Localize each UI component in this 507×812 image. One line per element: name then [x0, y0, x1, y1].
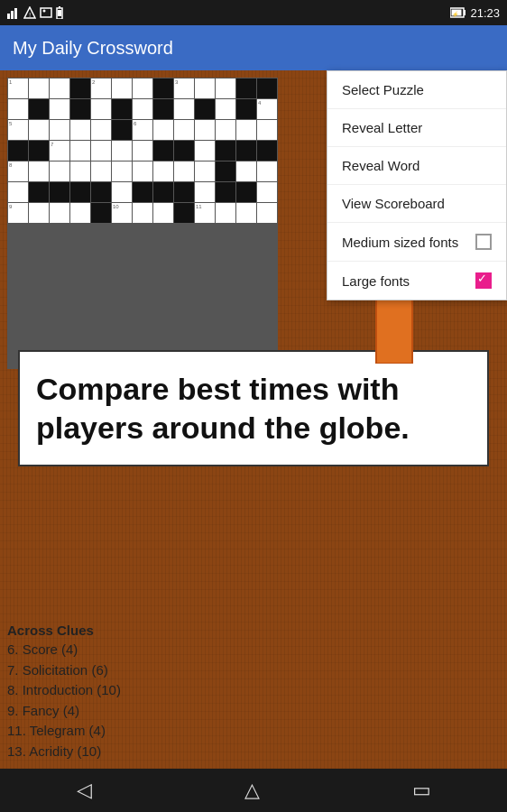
- cell-r7c3[interactable]: [50, 203, 69, 223]
- menu-item-large-fonts[interactable]: Large fonts: [327, 262, 506, 300]
- cell-r2c1[interactable]: [8, 99, 28, 119]
- cell-r2c3[interactable]: [50, 99, 69, 119]
- cell-r7c6[interactable]: 10: [112, 203, 132, 223]
- cell-r4c7[interactable]: [133, 141, 152, 161]
- svg-text:⚡: ⚡: [452, 11, 459, 18]
- svg-point-6: [43, 10, 46, 13]
- cell-r5c7[interactable]: [133, 161, 152, 181]
- clue-2: 7. Solicitation (6): [7, 660, 500, 681]
- recent-button[interactable]: ▭: [412, 779, 431, 802]
- svg-rect-9: [58, 10, 61, 16]
- cell-r5c10[interactable]: [195, 161, 215, 181]
- cell-r2c11[interactable]: [216, 99, 235, 119]
- cell-r5c8[interactable]: [153, 161, 173, 181]
- cell-r1c10[interactable]: [195, 78, 215, 98]
- battery-icon: ⚡: [450, 6, 466, 19]
- cell-r1c8: [153, 78, 173, 98]
- cell-r3c1[interactable]: 5: [8, 120, 28, 140]
- cell-r7c5: [91, 203, 111, 223]
- cell-r4c4[interactable]: [70, 141, 90, 161]
- medium-fonts-checkbox[interactable]: [475, 234, 492, 250]
- svg-rect-0: [7, 14, 10, 19]
- cell-r3c4[interactable]: [70, 120, 90, 140]
- cell-r1c12: [236, 78, 256, 98]
- back-button[interactable]: ◁: [77, 779, 92, 802]
- cell-r3c2[interactable]: [29, 120, 49, 140]
- cell-r4c10[interactable]: [195, 141, 215, 161]
- cell-r4c13: [257, 141, 277, 161]
- cell-r4c5[interactable]: [91, 141, 111, 161]
- cell-r1c1[interactable]: 1: [8, 78, 28, 98]
- cell-r3c10[interactable]: [195, 120, 215, 140]
- svg-rect-5: [41, 8, 51, 17]
- cell-r2c8: [153, 99, 173, 119]
- cell-r7c13[interactable]: [257, 203, 277, 223]
- cell-r6c3: [50, 182, 69, 202]
- cell-r1c3[interactable]: [50, 78, 69, 98]
- cell-r3c12[interactable]: [236, 120, 256, 140]
- cell-r5c3[interactable]: [50, 161, 69, 181]
- cell-r1c6[interactable]: [112, 78, 132, 98]
- cell-r4c8: [153, 141, 173, 161]
- cell-r1c5[interactable]: 2: [91, 78, 111, 98]
- cell-r5c2[interactable]: [29, 161, 49, 181]
- cell-r5c6[interactable]: [112, 161, 132, 181]
- cell-r7c1[interactable]: 9: [8, 203, 28, 223]
- clue-3: 8. Introduction (10): [7, 680, 500, 701]
- status-icons-left: !: [7, 6, 63, 19]
- cell-r3c9[interactable]: [174, 120, 194, 140]
- cell-r7c10[interactable]: 11: [195, 203, 215, 223]
- cell-r3c11[interactable]: [216, 120, 235, 140]
- cell-r2c5[interactable]: [91, 99, 111, 119]
- clues-area: Across Clues 6. Score (4) 7. Solicitatio…: [0, 619, 507, 769]
- cell-r7c12[interactable]: [236, 203, 256, 223]
- cell-r2c4: [70, 99, 90, 119]
- cell-r7c11[interactable]: [216, 203, 235, 223]
- cell-r7c7[interactable]: [133, 203, 152, 223]
- menu-item-select-puzzle[interactable]: Select Puzzle: [327, 71, 506, 109]
- cell-r3c3[interactable]: [50, 120, 69, 140]
- cell-r5c12[interactable]: [236, 161, 256, 181]
- cell-r6c13[interactable]: [257, 182, 277, 202]
- home-button[interactable]: △: [244, 779, 260, 802]
- cell-r6c6[interactable]: [112, 182, 132, 202]
- clue-4: 9. Fancy (4): [7, 701, 500, 722]
- cell-r3c8[interactable]: [153, 120, 173, 140]
- cell-r2c7[interactable]: [133, 99, 152, 119]
- cell-r6c8: [153, 182, 173, 202]
- clue-1: 6. Score (4): [7, 640, 500, 660]
- cell-r4c6[interactable]: [112, 141, 132, 161]
- cell-r7c4[interactable]: [70, 203, 90, 223]
- cell-r1c11[interactable]: [216, 78, 235, 98]
- menu-item-view-scoreboard[interactable]: View Scoreboard: [327, 185, 506, 223]
- cell-r1c2[interactable]: [29, 78, 49, 98]
- large-fonts-checkbox[interactable]: [475, 272, 492, 289]
- menu-item-reveal-word[interactable]: Reveal Word: [327, 147, 506, 185]
- cell-r5c5[interactable]: [91, 161, 111, 181]
- cell-r3c13[interactable]: [257, 120, 277, 140]
- cell-r2c13[interactable]: 4: [257, 99, 277, 119]
- cell-r5c1[interactable]: 8: [8, 161, 28, 181]
- cell-r4c1: [8, 141, 28, 161]
- cell-r4c3[interactable]: 7: [50, 141, 69, 161]
- cell-r7c8[interactable]: [153, 203, 173, 223]
- cell-r6c12: [236, 182, 256, 202]
- svg-rect-2: [14, 8, 17, 19]
- menu-item-reveal-letter[interactable]: Reveal Letter: [327, 109, 506, 147]
- cell-r6c4: [70, 182, 90, 202]
- cell-r1c7[interactable]: [133, 78, 152, 98]
- cell-r6c1[interactable]: [8, 182, 28, 202]
- image-icon: [40, 6, 52, 19]
- cell-r6c5: [91, 182, 111, 202]
- cell-r2c9[interactable]: [174, 99, 194, 119]
- app-bar-title: My Daily Crossword: [13, 38, 173, 59]
- cell-r1c9[interactable]: 3: [174, 78, 194, 98]
- cell-r6c10[interactable]: [195, 182, 215, 202]
- cell-r5c4[interactable]: [70, 161, 90, 181]
- cell-r5c9[interactable]: [174, 161, 194, 181]
- cell-r5c13[interactable]: [257, 161, 277, 181]
- cell-r3c7[interactable]: 6: [133, 120, 152, 140]
- cell-r3c5[interactable]: [91, 120, 111, 140]
- cell-r7c2[interactable]: [29, 203, 49, 223]
- menu-item-medium-fonts[interactable]: Medium sized fonts: [327, 223, 506, 262]
